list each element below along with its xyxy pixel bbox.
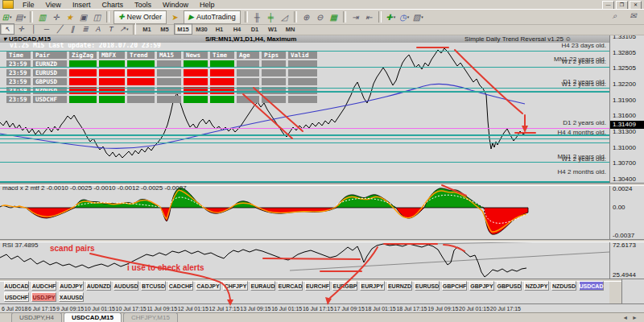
bar-chart-icon[interactable]: ╫ (250, 11, 264, 23)
new-chart-icon[interactable]: ⊞ (0, 11, 14, 23)
trendline-icon[interactable]: ╱ (53, 24, 66, 34)
auto-scroll-icon[interactable]: ⇤ (362, 11, 376, 23)
menu-item[interactable]: Window (157, 1, 194, 9)
timeframe-button[interactable]: MN (282, 24, 299, 34)
timeframe-button[interactable]: D1 (246, 24, 263, 34)
timeframe-button[interactable]: M15 (174, 23, 192, 35)
candlestick-chart-icon[interactable]: ╪ (264, 11, 278, 23)
indicators-button[interactable]: ✚ (384, 11, 398, 23)
zoom-in-icon[interactable]: ⊕ (299, 11, 313, 23)
new-order-button[interactable]: ✚ New Order (114, 10, 167, 24)
profiles-icon[interactable]: ▤ (14, 11, 27, 23)
timeframe-button[interactable]: M30 (193, 24, 210, 34)
strategy-tester-icon[interactable]: ◫ (90, 11, 104, 23)
pane-divider[interactable] (0, 239, 644, 242)
chart-symbol-label[interactable]: ▾ USDCAD,M15 (3, 35, 51, 43)
signal-header-cell: MBFX (99, 52, 125, 59)
signal-table: TimePairZigZagMBFXTrendMA15NewsTimeAgePi… (6, 52, 317, 103)
signal-cell (99, 69, 125, 76)
symbol-button[interactable]: EURAUD (250, 281, 275, 291)
new-order-icon: ✚ (118, 13, 125, 21)
text-icon[interactable]: A (92, 24, 105, 34)
symbol-button[interactable]: EURUSD (415, 281, 440, 291)
chart-tab[interactable]: USDJPY,H4 (11, 312, 62, 322)
signal-cell (99, 78, 125, 85)
chart-tab[interactable]: CHFJPY,M15 (123, 312, 178, 322)
templates-button[interactable]: ▨ (411, 11, 425, 23)
symbol-button[interactable]: AUDCHF (31, 281, 56, 291)
line-chart-icon[interactable]: ◿ (278, 11, 291, 23)
symbol-button[interactable]: GBPJPY (469, 281, 494, 291)
data-window-icon[interactable]: ✛ (49, 11, 63, 23)
horizontal-line-icon[interactable]: ─ (40, 24, 53, 34)
symbol-button[interactable]: EURGBP (332, 281, 357, 291)
rsi-scale-label: 25.4944 (613, 271, 636, 279)
autotrading-button[interactable]: ▶ AutoTrading (184, 10, 241, 24)
symbol-button[interactable]: NZDJPY (524, 281, 549, 291)
menu-item[interactable]: File (17, 1, 40, 9)
terminal-icon[interactable]: ▣ (76, 11, 90, 23)
chart-tab[interactable]: USDCAD,M15 (64, 312, 122, 322)
symbol-button[interactable]: BTCUSD (141, 281, 166, 291)
timeframe-button[interactable]: H4 (229, 24, 246, 34)
vertical-line-icon[interactable]: │ (27, 24, 40, 34)
zoom-out-icon[interactable]: ⊖ (313, 11, 327, 23)
symbol-button[interactable]: USDCAD (579, 281, 604, 291)
search-icon[interactable]: ⌕ (608, 10, 621, 22)
tab-scroll-right-icon[interactable]: ► (632, 315, 638, 320)
timeframe-button[interactable]: H1 (211, 24, 228, 34)
price-scale-label: 1.32505 (613, 64, 636, 72)
symbol-button[interactable]: USDCHF (4, 292, 29, 302)
sr-line (0, 91, 609, 93)
market-watch-icon[interactable]: ▥ (35, 11, 49, 23)
scripts-icon[interactable]: ➤ (168, 11, 182, 23)
tile-windows-icon[interactable]: ▦ (327, 11, 341, 23)
symbol-button[interactable]: EURCAD (278, 281, 303, 291)
symbol-button[interactable]: XAUUSD (59, 292, 84, 302)
macd-scale-label: 0.0024 (613, 185, 632, 192)
symbol-button[interactable]: EURCHF (305, 281, 330, 291)
symbol-button[interactable]: AUDNZD (86, 281, 111, 291)
label-icon[interactable]: T (105, 24, 118, 34)
arrows-icon[interactable]: ↗ (118, 24, 130, 34)
tab-scroll-left-icon[interactable]: ◄ (622, 315, 628, 320)
sr-line (0, 142, 609, 143)
time-axis-label: 20 Jul 17:15 (490, 306, 521, 312)
time-axis-label: 11 Jul 09:15 (147, 306, 177, 312)
symbol-button[interactable]: NZDUSD (551, 281, 576, 291)
symbol-button[interactable]: GBPCHF (442, 281, 467, 291)
symbol-button[interactable]: EURNZD (387, 281, 412, 291)
symbol-button[interactable]: AUDUSD (114, 281, 138, 291)
symbol-button[interactable]: EURJPY (360, 281, 385, 291)
menu-item[interactable]: View (40, 1, 67, 9)
symbol-button[interactable]: CADJPY (196, 281, 221, 291)
symbol-button[interactable]: AUDCAD (4, 281, 29, 291)
symbol-button[interactable]: AUDJPY (59, 281, 84, 291)
pane-divider[interactable] (0, 183, 644, 186)
symbol-button[interactable]: USDJPY (31, 292, 56, 302)
signal-cell (288, 78, 317, 85)
navigator-icon[interactable]: ★ (63, 11, 76, 23)
signal-cell (210, 69, 234, 76)
crosshair-icon[interactable]: ✛ (14, 24, 27, 34)
menu-item[interactable]: Help (194, 1, 221, 9)
signal-cell (99, 96, 125, 103)
symbol-button[interactable]: CHFJPY (223, 281, 248, 291)
cursor-icon[interactable]: ↖ (0, 23, 14, 35)
chart-tab-bar: USDJPY,H4USDCAD,M15CHFJPY,M15 (0, 312, 644, 322)
symbol-button[interactable]: CADCHF (168, 281, 193, 291)
menu-item[interactable]: Insert (67, 1, 97, 9)
menu-item[interactable]: Tools (129, 1, 157, 9)
periods-button[interactable]: ◷ (398, 11, 411, 23)
chart-shift-icon[interactable]: ⇥ (349, 11, 362, 23)
timeframe-button[interactable]: M1 (138, 24, 155, 34)
timeframe-button[interactable]: M5 (156, 24, 173, 34)
chart-subtitle: S/R:MN1,W1,D1,H4, Maximum (205, 35, 296, 43)
menu-item[interactable]: Charts (96, 1, 129, 9)
chat-icon[interactable]: ✉ (626, 10, 640, 22)
signal-cell (237, 96, 259, 103)
fibonacci-icon[interactable]: ≣ (79, 24, 92, 34)
timeframe-button[interactable]: W1 (264, 24, 281, 34)
channel-icon[interactable]: ∥ (66, 24, 79, 34)
symbol-button[interactable]: GBPUSD (497, 281, 522, 291)
